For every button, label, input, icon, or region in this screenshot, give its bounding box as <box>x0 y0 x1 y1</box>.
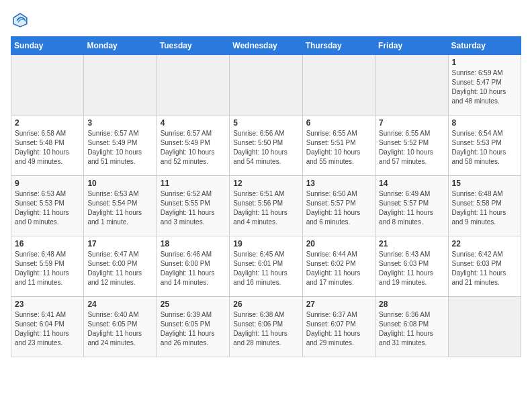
day-number: 6 <box>306 118 371 128</box>
day-cell: 23Sunrise: 6:41 AM Sunset: 6:04 PM Dayli… <box>11 297 84 357</box>
day-cell: 25Sunrise: 6:39 AM Sunset: 6:05 PM Dayli… <box>157 297 229 357</box>
day-cell: 15Sunrise: 6:48 AM Sunset: 5:58 PM Dayli… <box>448 176 521 236</box>
day-number: 20 <box>306 239 371 248</box>
day-info: Sunrise: 6:41 AM Sunset: 6:04 PM Dayligh… <box>15 310 80 348</box>
day-cell: 27Sunrise: 6:37 AM Sunset: 6:07 PM Dayli… <box>302 297 375 357</box>
day-info: Sunrise: 6:55 AM Sunset: 5:52 PM Dayligh… <box>379 129 444 167</box>
weekday-header-wednesday: Wednesday <box>230 37 302 55</box>
day-info: Sunrise: 6:59 AM Sunset: 5:47 PM Dayligh… <box>452 68 517 106</box>
day-number: 7 <box>379 118 444 128</box>
day-info: Sunrise: 6:54 AM Sunset: 5:53 PM Dayligh… <box>452 129 517 167</box>
day-number: 13 <box>306 179 371 188</box>
day-number: 18 <box>161 239 226 248</box>
day-info: Sunrise: 6:57 AM Sunset: 5:49 PM Dayligh… <box>161 129 226 167</box>
day-info: Sunrise: 6:40 AM Sunset: 6:05 PM Dayligh… <box>87 310 152 348</box>
day-info: Sunrise: 6:44 AM Sunset: 6:02 PM Dayligh… <box>306 250 371 287</box>
day-info: Sunrise: 6:38 AM Sunset: 6:06 PM Dayligh… <box>233 310 298 348</box>
page-header <box>11 11 521 30</box>
day-info: Sunrise: 6:55 AM Sunset: 5:51 PM Dayligh… <box>306 129 371 167</box>
weekday-header-thursday: Thursday <box>302 37 375 55</box>
day-cell: 9Sunrise: 6:53 AM Sunset: 5:53 PM Daylig… <box>11 176 84 236</box>
calendar-body: 1Sunrise: 6:59 AM Sunset: 5:47 PM Daylig… <box>11 55 521 357</box>
day-info: Sunrise: 6:48 AM Sunset: 5:58 PM Dayligh… <box>452 189 517 227</box>
day-cell: 28Sunrise: 6:36 AM Sunset: 6:08 PM Dayli… <box>375 297 448 357</box>
day-number: 24 <box>87 300 152 309</box>
day-cell: 3Sunrise: 6:57 AM Sunset: 5:49 PM Daylig… <box>84 116 157 176</box>
day-number: 23 <box>15 300 80 309</box>
day-cell: 8Sunrise: 6:54 AM Sunset: 5:53 PM Daylig… <box>448 116 521 176</box>
day-number: 3 <box>87 118 152 128</box>
week-row-4: 16Sunrise: 6:48 AM Sunset: 5:59 PM Dayli… <box>11 236 521 297</box>
day-info: Sunrise: 6:43 AM Sunset: 6:03 PM Dayligh… <box>379 250 444 287</box>
weekday-header-monday: Monday <box>84 37 157 55</box>
day-cell: 14Sunrise: 6:49 AM Sunset: 5:57 PM Dayli… <box>375 176 448 236</box>
logo <box>11 11 32 30</box>
day-cell <box>375 55 448 116</box>
day-cell: 12Sunrise: 6:51 AM Sunset: 5:56 PM Dayli… <box>230 176 302 236</box>
day-cell: 2Sunrise: 6:58 AM Sunset: 5:48 PM Daylig… <box>11 116 84 176</box>
day-cell: 4Sunrise: 6:57 AM Sunset: 5:49 PM Daylig… <box>157 116 229 176</box>
day-info: Sunrise: 6:47 AM Sunset: 6:00 PM Dayligh… <box>87 250 152 287</box>
day-cell <box>157 55 229 116</box>
day-cell <box>302 55 375 116</box>
day-number: 22 <box>452 239 517 248</box>
day-number: 5 <box>233 118 298 128</box>
day-cell: 10Sunrise: 6:53 AM Sunset: 5:54 PM Dayli… <box>84 176 157 236</box>
day-number: 9 <box>15 179 80 188</box>
day-info: Sunrise: 6:46 AM Sunset: 6:00 PM Dayligh… <box>161 250 226 287</box>
day-cell: 24Sunrise: 6:40 AM Sunset: 6:05 PM Dayli… <box>84 297 157 357</box>
day-info: Sunrise: 6:48 AM Sunset: 5:59 PM Dayligh… <box>15 250 80 287</box>
day-info: Sunrise: 6:51 AM Sunset: 5:56 PM Dayligh… <box>233 189 298 227</box>
day-number: 26 <box>233 300 298 309</box>
day-cell: 18Sunrise: 6:46 AM Sunset: 6:00 PM Dayli… <box>157 236 229 297</box>
day-info: Sunrise: 6:50 AM Sunset: 5:57 PM Dayligh… <box>306 189 371 227</box>
day-number: 19 <box>233 239 298 248</box>
week-row-5: 23Sunrise: 6:41 AM Sunset: 6:04 PM Dayli… <box>11 297 521 357</box>
week-row-1: 1Sunrise: 6:59 AM Sunset: 5:47 PM Daylig… <box>11 55 521 116</box>
day-cell: 6Sunrise: 6:55 AM Sunset: 5:51 PM Daylig… <box>302 116 375 176</box>
day-number: 28 <box>379 300 444 309</box>
day-cell: 22Sunrise: 6:42 AM Sunset: 6:03 PM Dayli… <box>448 236 521 297</box>
day-info: Sunrise: 6:58 AM Sunset: 5:48 PM Dayligh… <box>15 129 80 167</box>
day-cell: 19Sunrise: 6:45 AM Sunset: 6:01 PM Dayli… <box>230 236 302 297</box>
day-info: Sunrise: 6:36 AM Sunset: 6:08 PM Dayligh… <box>379 310 444 348</box>
weekday-header-friday: Friday <box>375 37 448 55</box>
day-cell: 11Sunrise: 6:52 AM Sunset: 5:55 PM Dayli… <box>157 176 229 236</box>
week-row-2: 2Sunrise: 6:58 AM Sunset: 5:48 PM Daylig… <box>11 116 521 176</box>
weekday-header-saturday: Saturday <box>448 37 521 55</box>
weekday-header-sunday: Sunday <box>11 37 84 55</box>
day-number: 12 <box>233 179 298 188</box>
day-info: Sunrise: 6:42 AM Sunset: 6:03 PM Dayligh… <box>452 250 517 287</box>
week-row-3: 9Sunrise: 6:53 AM Sunset: 5:53 PM Daylig… <box>11 176 521 236</box>
day-cell: 20Sunrise: 6:44 AM Sunset: 6:02 PM Dayli… <box>302 236 375 297</box>
day-cell <box>84 55 157 116</box>
day-info: Sunrise: 6:37 AM Sunset: 6:07 PM Dayligh… <box>306 310 371 348</box>
day-cell: 16Sunrise: 6:48 AM Sunset: 5:59 PM Dayli… <box>11 236 84 297</box>
day-number: 1 <box>452 58 517 67</box>
day-cell <box>230 55 302 116</box>
logo-icon <box>11 11 30 30</box>
day-number: 14 <box>379 179 444 188</box>
day-number: 11 <box>161 179 226 188</box>
day-info: Sunrise: 6:57 AM Sunset: 5:49 PM Dayligh… <box>87 129 152 167</box>
day-cell: 13Sunrise: 6:50 AM Sunset: 5:57 PM Dayli… <box>302 176 375 236</box>
day-number: 8 <box>452 118 517 128</box>
day-number: 17 <box>87 239 152 248</box>
calendar-table: SundayMondayTuesdayWednesdayThursdayFrid… <box>11 36 521 357</box>
day-number: 25 <box>161 300 226 309</box>
day-info: Sunrise: 6:52 AM Sunset: 5:55 PM Dayligh… <box>161 189 226 227</box>
day-info: Sunrise: 6:53 AM Sunset: 5:54 PM Dayligh… <box>87 189 152 227</box>
day-info: Sunrise: 6:39 AM Sunset: 6:05 PM Dayligh… <box>161 310 226 348</box>
day-number: 2 <box>15 118 80 128</box>
day-cell: 26Sunrise: 6:38 AM Sunset: 6:06 PM Dayli… <box>230 297 302 357</box>
day-info: Sunrise: 6:56 AM Sunset: 5:50 PM Dayligh… <box>233 129 298 167</box>
day-cell <box>11 55 84 116</box>
day-number: 15 <box>452 179 517 188</box>
day-cell: 7Sunrise: 6:55 AM Sunset: 5:52 PM Daylig… <box>375 116 448 176</box>
day-cell: 5Sunrise: 6:56 AM Sunset: 5:50 PM Daylig… <box>230 116 302 176</box>
day-info: Sunrise: 6:49 AM Sunset: 5:57 PM Dayligh… <box>379 189 444 227</box>
day-number: 21 <box>379 239 444 248</box>
day-info: Sunrise: 6:45 AM Sunset: 6:01 PM Dayligh… <box>233 250 298 287</box>
day-info: Sunrise: 6:53 AM Sunset: 5:53 PM Dayligh… <box>15 189 80 227</box>
day-number: 16 <box>15 239 80 248</box>
